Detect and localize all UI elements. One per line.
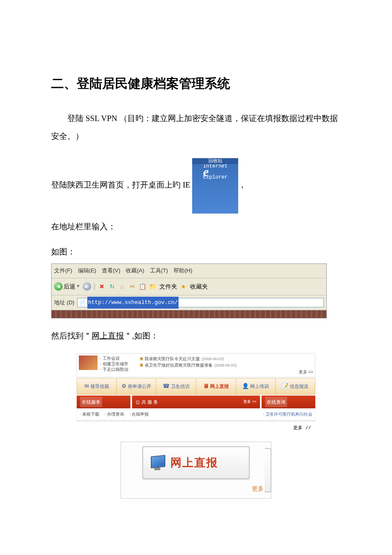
website-nav-screenshot: 工作会议 创建卫生城市 手足口病防治 我省救灾医疗队今天赴川支援(2008-06… (77, 353, 315, 435)
adjacent-button-edge (265, 448, 271, 492)
monitor-icon (149, 456, 166, 470)
back-arrow-icon: ◄ (54, 282, 63, 291)
red-bar-online-query: 在线查询 (262, 396, 315, 408)
cut-icon[interactable]: ✂ (129, 283, 136, 290)
find-prefix: 然后找到＂ (51, 331, 92, 340)
tab-label: 依申请公开 (128, 381, 151, 391)
back-button[interactable]: ◄ 后退 ▼ (54, 280, 80, 293)
line-open-ie: 登陆陕西卫生网首页，打开桌面上旳 IE 回收站 Internet Explore… (51, 158, 341, 214)
news-date: (2008-06-03) (214, 363, 236, 367)
text-before-icon: 登陆陕西卫生网首页，打开桌面上旳 IE (51, 180, 192, 189)
tab-label: 信息报送 (290, 381, 308, 391)
news-title: 我省救灾医疗队今天赴川支援 (144, 356, 200, 361)
address-label: 地址 (D) (54, 297, 75, 309)
stop-icon[interactable]: ✖ (98, 283, 106, 290)
ie-tool-row: ◄ 后退 ▼ ► | ✖ ↻ ⌂ ✂ 📋 📁 文件夹 ★ 收藏夹 (52, 278, 326, 295)
monitor-icon: 🖥 (203, 380, 209, 393)
address-field[interactable]: 📄 http://www.sxhealth.gov.cn/ (77, 298, 324, 307)
sub-link[interactable]: · 表格下载 (80, 412, 99, 416)
gear-icon: ⚙ (121, 380, 127, 393)
section-title: 二、登陆居民健康档案管理系统 (51, 75, 341, 92)
news-row: 工作会议 创建卫生城市 手足口病防治 我省救灾医疗队今天赴川支援(2008-06… (77, 353, 315, 377)
tab-label: 领导信箱 (90, 381, 109, 391)
note-icon: 📝 (282, 380, 288, 393)
online-report-button[interactable]: 网上直报 (142, 446, 250, 479)
tab-leader-mailbox[interactable]: ✉领导信箱 (77, 379, 117, 394)
news-thumbnail (79, 356, 98, 370)
favorites-label: 收藏夹 (190, 280, 208, 293)
refresh-icon[interactable]: ↻ (108, 283, 116, 290)
mail-icon: ✉ (84, 380, 89, 393)
zoomed-button-screenshot: 网上直报 更多 \\ (121, 442, 271, 499)
folder-label: 文件夹 (159, 280, 177, 293)
line-find-link: 然后找到＂网上直报＂,如图： (51, 327, 341, 345)
person-icon: 👤 (242, 380, 249, 393)
nav-tabs-row: ✉领导信箱 ⚙依申请公开 ☎卫生信访 🖥网上直报 👤网上培训 📝信息报送 (77, 378, 315, 395)
news-item[interactable]: 省卫生厅做好抗震救灾医疗救援准备(2008-06-03) (139, 362, 313, 369)
sub-link[interactable]: · 在线申报 (130, 412, 149, 416)
red-bar-online-service: 在线服务 (77, 396, 130, 408)
text-after-icon: ， (238, 180, 246, 189)
sub-links-row: · 表格下载 · 办理查询 · 在线申报 · 卫生许可医疗机构与社会 (77, 408, 315, 421)
find-link-text: 网上直报 (92, 331, 124, 340)
left-link-item[interactable]: 手足口病防治 (100, 367, 128, 372)
tab-label: 卫生信访 (171, 381, 190, 391)
paragraph-ssl-vpn: 登陆 SSL VPN （目旳：建立网上加密安全隧道，保证在填报数据过程中数据安全… (51, 110, 341, 145)
page-icon: 📄 (79, 297, 86, 308)
tab-label: 网上直报 (210, 381, 229, 391)
left-link-list: 工作会议 创建卫生城市 手足口病防治 (100, 356, 128, 375)
forward-button[interactable]: ► (83, 282, 91, 291)
icon-topbar: 回收站 (192, 158, 238, 164)
tab-label: 网上培训 (250, 381, 269, 391)
news-list: 我省救灾医疗队今天赴川支援(2008-06-03) 省卫生厅做好抗震救灾医疗救援… (131, 356, 313, 375)
line-address-input: 在地址栏里输入： (51, 218, 341, 236)
home-icon[interactable]: ⌂ (118, 283, 126, 290)
left-link-item[interactable]: 工作会议 (100, 356, 128, 361)
tab-online-report[interactable]: 🖥网上直报 (196, 379, 236, 394)
sub-link[interactable]: · 办理查询 (104, 412, 124, 416)
dashed-separator: 更多 // (77, 421, 315, 435)
find-suffix: ＂,如图： (124, 331, 159, 340)
dropdown-arrow-icon: ▼ (76, 282, 80, 291)
red-bar-label: 公 共 服 务 (135, 397, 158, 407)
more-link[interactable]: 更多 >> (139, 369, 313, 375)
back-label: 后退 (63, 280, 75, 293)
sub-left: · 表格下载 · 办理查询 · 在线申报 (80, 410, 153, 419)
url-text: http://www.sxhealth.gov.cn/ (87, 297, 179, 309)
ie-desktop-icon: 回收站 Internet Explorer (192, 158, 238, 214)
red-bar-public-service: 公 共 服 务更多 >> (132, 396, 260, 408)
red-bars-row: 在线服务 公 共 服 务更多 >> 在线查询 (77, 396, 315, 408)
online-report-label: 网上直报 (170, 451, 218, 475)
news-date: (2008-06-03) (202, 357, 224, 361)
red-bar-label: 在线查询 (265, 397, 287, 407)
red-bar-label: 在线服务 (80, 397, 102, 407)
line-as-figure: 如图： (51, 243, 341, 261)
paste-icon[interactable]: 📋 (139, 283, 147, 290)
ie-menu-row: 文件(F) 编辑(E) 查看(V) 收藏(A) 工具(T) 帮助(H) (52, 264, 326, 278)
tab-info-submit[interactable]: 📝信息报送 (276, 379, 315, 394)
ie-toolbar-screenshot: 文件(F) 编辑(E) 查看(V) 收藏(A) 工具(T) 帮助(H) ◄ 后退… (51, 263, 327, 318)
tab-health-petition[interactable]: ☎卫生信访 (156, 379, 196, 394)
news-item[interactable]: 我省救灾医疗队今天赴川支援(2008-06-03) (139, 356, 313, 362)
dash-more-text: 更多 // (293, 423, 311, 433)
more-label[interactable]: 更多 >> (243, 398, 257, 406)
phone-icon: ☎ (163, 380, 170, 393)
zoom-more-label: 更多 \\ (124, 483, 268, 496)
sub-right-link[interactable]: · 卫生许可医疗机构与社会 (263, 410, 312, 419)
left-link-item[interactable]: 创建卫生城市 (100, 361, 128, 367)
tab-apply-public[interactable]: ⚙依申请公开 (117, 379, 156, 394)
ie-address-row: 地址 (D) 📄 http://www.sxhealth.gov.cn/ (52, 295, 326, 310)
star-icon[interactable]: ★ (180, 283, 187, 290)
tab-online-training[interactable]: 👤网上培训 (236, 379, 276, 394)
news-title: 省卫生厅做好抗震救灾医疗救援准备 (144, 363, 213, 367)
folder-icon[interactable]: 📁 (149, 283, 157, 290)
banner-stripe (52, 310, 326, 318)
